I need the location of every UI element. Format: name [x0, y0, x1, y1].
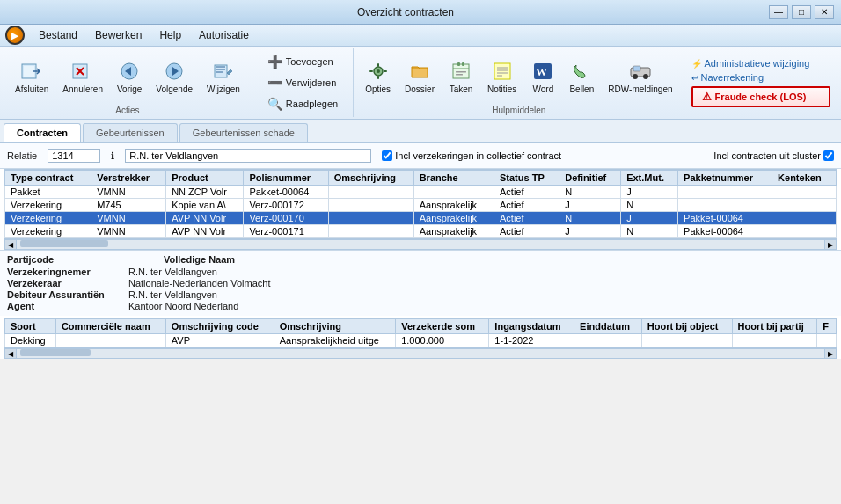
- cell-10: [772, 199, 837, 212]
- table-row[interactable]: VerzekeringM745Kopie van A\Verz-000172Aa…: [5, 199, 837, 212]
- volgende-button[interactable]: Volgende: [150, 56, 199, 98]
- bellen-label: Bellen: [569, 84, 594, 94]
- cell-commerciele-naam: [55, 334, 165, 347]
- cell-3: Verz-000172: [244, 199, 328, 212]
- cell-f: [817, 334, 837, 347]
- main-table-scrollbar[interactable]: ◀ ▶: [4, 239, 837, 250]
- close-button[interactable]: ✕: [815, 5, 834, 19]
- wijzigen-button[interactable]: Wijzigen: [201, 56, 246, 98]
- cell-2: AVP NN Volr: [166, 212, 244, 225]
- col-hoort-bij-object: Hoort bij object: [641, 319, 732, 334]
- verwijderen-label: Verwijderen: [286, 77, 336, 88]
- contract-table: Type contract Verstrekker Product Polisn…: [4, 170, 837, 238]
- tab-gebeurtenissen[interactable]: Gebeurtenissen: [83, 123, 178, 142]
- bottom-scroll-right[interactable]: ▶: [824, 348, 837, 359]
- cell-0: Verzekering: [5, 199, 91, 212]
- menu-bestand[interactable]: Bestand: [30, 27, 86, 43]
- menu-autorisatie[interactable]: Autorisatie: [190, 27, 258, 43]
- annuleren-label: Annuleren: [62, 84, 103, 94]
- hulpmiddelen-label: Hulpmiddelen: [492, 104, 545, 115]
- fraude-icon: ⚠: [702, 91, 712, 103]
- menu-help[interactable]: Help: [150, 27, 190, 43]
- cell-soort: Dekking: [5, 334, 56, 347]
- menu-bar: Bestand Bewerken Help Autorisatie: [26, 25, 841, 46]
- afsluiten-label: Afsluiten: [15, 84, 48, 94]
- col-pakketnummer: Pakketnummer: [678, 171, 772, 186]
- cell-7: J: [559, 225, 621, 238]
- taken-icon: [449, 60, 473, 83]
- bottom-table-container: Soort Commerciële naam Omschrijving code…: [4, 318, 837, 348]
- relatie-name-input[interactable]: [125, 149, 371, 163]
- col-verstrekker: Verstrekker: [91, 171, 166, 186]
- cell-3: Verz-000170: [244, 212, 328, 225]
- rdw-button[interactable]: RDW-meldingen: [602, 56, 678, 98]
- relatie-info-icon: ℹ: [111, 150, 114, 162]
- notities-label: Notities: [487, 84, 516, 94]
- scroll-thumb[interactable]: [20, 240, 108, 247]
- tab-gebeurtenissen-schade[interactable]: Gebeurtenissen schade: [179, 123, 308, 142]
- afsluiten-button[interactable]: Afsluiten: [9, 56, 55, 98]
- tab-contracten[interactable]: Contracten: [4, 123, 81, 142]
- toevoegen-button[interactable]: ➕ Toevoegen: [260, 52, 346, 71]
- naverrekening-link[interactable]: ↩ Naverrekening: [691, 72, 830, 83]
- contract-table-container: Type contract Verstrekker Product Polisn…: [4, 169, 837, 239]
- col-omschrijving-code: Omschrijving code: [165, 319, 274, 334]
- afsluiten-icon: [19, 60, 44, 83]
- administratieve-label: Administratieve wijziging: [705, 58, 810, 69]
- table-row[interactable]: PakketVMNNNN ZCP VolrPakket-00064ActiefN…: [5, 186, 837, 199]
- cell-ingangsdatum: 1-1-2022: [489, 334, 574, 347]
- table-row[interactable]: VerzekeringVMNNAVP NN VolrVerz-000170Aan…: [5, 212, 837, 225]
- verwijderen-button[interactable]: ➖ Verwijderen: [260, 73, 346, 92]
- notities-icon: [490, 60, 515, 83]
- incl-cluster-checkbox[interactable]: [823, 150, 834, 161]
- notities-button[interactable]: Notities: [481, 56, 523, 98]
- administratieve-link[interactable]: ⚡ Administratieve wijziging: [691, 58, 830, 69]
- col-statustp: Status TP: [494, 171, 559, 186]
- scroll-right-arrow[interactable]: ▶: [824, 239, 837, 250]
- bottom-scroll-left[interactable]: ◀: [4, 348, 17, 359]
- col-ingangsdatum: Ingangsdatum: [489, 319, 574, 334]
- restore-button[interactable]: □: [792, 5, 811, 19]
- bellen-button[interactable]: Bellen: [563, 56, 600, 98]
- annuleren-icon: [70, 60, 95, 83]
- cell-10: [772, 225, 837, 238]
- bottom-scroll-thumb[interactable]: [20, 349, 91, 356]
- cell-2: NN ZCP Volr: [166, 186, 244, 199]
- window-controls[interactable]: — □ ✕: [769, 5, 834, 19]
- fraude-button[interactable]: ⚠ Fraude check (LOS): [691, 86, 830, 107]
- annuleren-button[interactable]: Annuleren: [56, 56, 109, 98]
- minimize-button[interactable]: —: [769, 5, 788, 19]
- bottom-table: Soort Commerciële naam Omschrijving code…: [4, 318, 837, 347]
- vorige-button[interactable]: Vorige: [111, 56, 148, 98]
- col-hoort-bij-partij: Hoort bij partij: [732, 319, 817, 334]
- acties-buttons: Afsluiten Annuleren Vorige Volgende: [9, 50, 246, 104]
- scroll-left-arrow[interactable]: ◀: [4, 239, 17, 250]
- cell-1: VMNN: [91, 186, 166, 199]
- dossier-label: Dossier: [405, 84, 435, 94]
- dossier-button[interactable]: Dossier: [399, 56, 441, 98]
- relatie-label: Relatie: [7, 150, 37, 161]
- bottom-table-scrollbar[interactable]: ◀ ▶: [4, 348, 837, 359]
- form-area: Relatie ℹ Incl verzekeringen in collecti…: [0, 143, 841, 169]
- cell-7: N: [559, 186, 621, 199]
- toolbar: Afsluiten Annuleren Vorige Volgende: [0, 47, 841, 120]
- incl-collectief-checkbox[interactable]: [382, 150, 392, 161]
- word-button[interactable]: W Word: [524, 56, 561, 98]
- raadplegen-button[interactable]: 🔍 Raadplegen: [260, 94, 346, 113]
- table-row[interactable]: Dekking AVP Aansprakelijkheid uitge 1.00…: [5, 334, 837, 347]
- cell-omschrijving-code: AVP: [165, 334, 274, 347]
- cell-8: J: [621, 186, 678, 199]
- cell-9: [678, 199, 772, 212]
- opties-button[interactable]: Opties: [359, 56, 397, 98]
- col-omschrijving: Omschrijving: [328, 171, 413, 186]
- verzekeringnemer-value: R.N. ter Veldlangven: [128, 267, 217, 277]
- taken-button[interactable]: Taken: [442, 56, 479, 98]
- table-row[interactable]: VerzekeringVMNNAVP NN VolrVerz-000171Aan…: [5, 225, 837, 238]
- menu-bewerken[interactable]: Bewerken: [86, 27, 150, 43]
- cell-3: Pakket-00064: [244, 186, 328, 199]
- naverrekening-label: Naverrekening: [701, 72, 764, 83]
- hulpmiddelen-group: Opties Dossier Taken Notities: [354, 48, 684, 117]
- relatie-number-input[interactable]: [48, 149, 100, 163]
- cell-5: [413, 186, 494, 199]
- col-commerciele-naam: Commerciële naam: [55, 319, 165, 334]
